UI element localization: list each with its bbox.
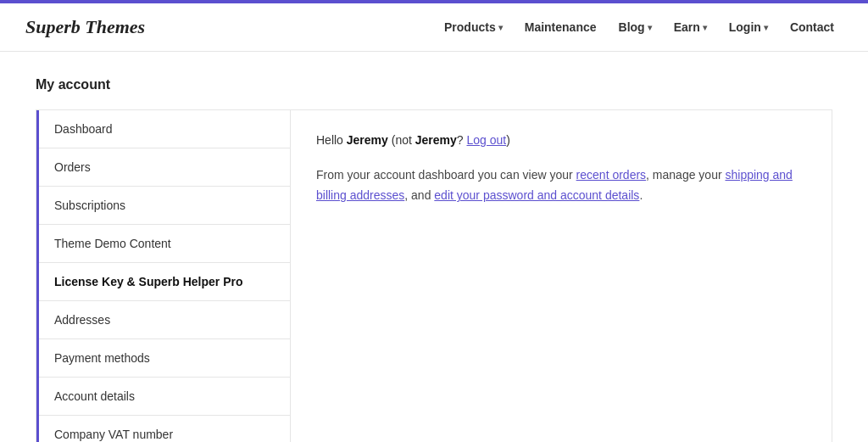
main-nav: Products▾MaintenanceBlog▾Earn▾Login▾Cont…: [436, 15, 843, 39]
page-title: My account: [36, 77, 832, 92]
recent-orders-link[interactable]: recent orders: [576, 168, 646, 182]
sidebar-item-4[interactable]: License Key & Superb Helper Pro: [39, 263, 290, 301]
logout-link[interactable]: Log out: [466, 133, 506, 147]
sidebar-item-1[interactable]: Orders: [39, 148, 290, 187]
sidebar-item-8[interactable]: Company VAT number: [39, 416, 290, 442]
account-layout: DashboardOrdersSubscriptionsTheme Demo C…: [36, 109, 832, 442]
sidebar: DashboardOrdersSubscriptionsTheme Demo C…: [36, 110, 291, 442]
nav-item-earn[interactable]: Earn▾: [665, 15, 715, 39]
nav-item-products[interactable]: Products▾: [436, 15, 511, 39]
chevron-down-icon: ▾: [703, 23, 707, 32]
nav-item-maintenance[interactable]: Maintenance: [516, 15, 605, 39]
nav-item-login[interactable]: Login▾: [721, 15, 776, 39]
sidebar-item-5[interactable]: Addresses: [39, 301, 290, 339]
logo[interactable]: Superb Themes: [25, 16, 145, 38]
dashboard-description: From your account dashboard you can view…: [316, 165, 806, 206]
hello-text: Hello Jeremy (not Jeremy? Log out): [316, 131, 806, 151]
chevron-down-icon: ▾: [764, 23, 768, 32]
dashboard-content: Hello Jeremy (not Jeremy? Log out) From …: [291, 110, 832, 442]
nav-item-blog[interactable]: Blog▾: [610, 15, 660, 39]
nav-item-contact[interactable]: Contact: [782, 15, 843, 39]
edit-password-link[interactable]: edit your password and account details: [434, 188, 639, 202]
username-display: Jeremy: [347, 133, 388, 147]
sidebar-item-0[interactable]: Dashboard: [39, 110, 290, 148]
username-display-2: Jeremy: [415, 133, 457, 147]
chevron-down-icon: ▾: [498, 23, 503, 32]
header: Superb Themes Products▾MaintenanceBlog▾E…: [0, 3, 868, 52]
sidebar-item-6[interactable]: Payment methods: [39, 339, 290, 378]
sidebar-item-3[interactable]: Theme Demo Content: [39, 225, 290, 263]
main-content: My account DashboardOrdersSubscriptionsT…: [19, 52, 849, 442]
sidebar-item-7[interactable]: Account details: [39, 378, 290, 416]
sidebar-item-2[interactable]: Subscriptions: [39, 187, 290, 225]
chevron-down-icon: ▾: [648, 23, 652, 32]
